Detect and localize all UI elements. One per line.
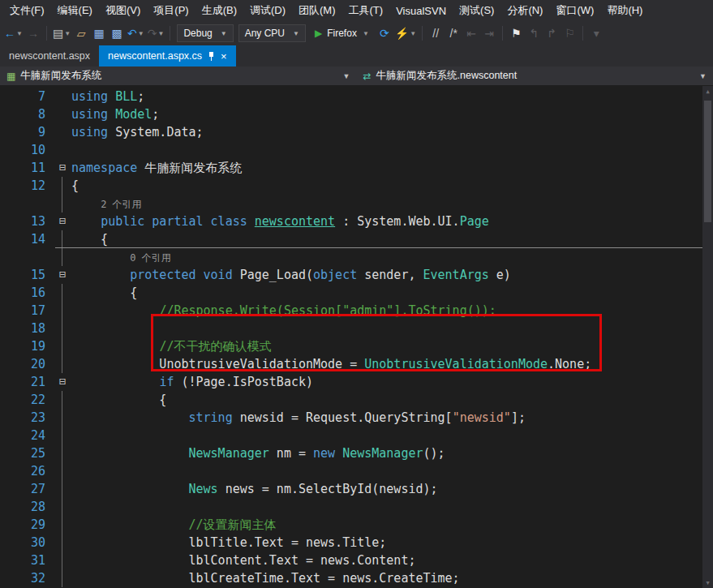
line-number[interactable]: 13 xyxy=(0,212,55,230)
vertical-scrollbar[interactable]: ▲ ▼ xyxy=(702,86,713,588)
previous-bookmark-button[interactable]: ↰ xyxy=(526,24,542,42)
menu-item-9[interactable]: 测试(S) xyxy=(453,0,500,21)
menu-item-3[interactable]: 项目(P) xyxy=(147,0,195,21)
start-debugging-button[interactable]: ▶Firefox▼ xyxy=(309,24,375,42)
menu-item-2[interactable]: 视图(V) xyxy=(99,0,147,21)
menu-item-8[interactable]: VisualSVN xyxy=(389,2,453,20)
line-number[interactable]: 11 xyxy=(0,159,55,177)
code-text[interactable]: public partial class newscontent : Syste… xyxy=(70,212,713,230)
project-dropdown[interactable]: ▦ 牛腩新闻发布系统 ▼ xyxy=(0,67,357,85)
next-bookmark-button[interactable]: ↱ xyxy=(543,24,560,42)
menu-item-12[interactable]: 帮助(H) xyxy=(600,0,649,21)
code-text[interactable]: { xyxy=(70,177,713,195)
code-text[interactable] xyxy=(70,498,713,516)
code-text[interactable]: { xyxy=(70,284,713,302)
line-number[interactable]: 25 xyxy=(0,444,55,462)
code-text[interactable]: using Model; xyxy=(70,105,713,123)
line-number[interactable]: 7 xyxy=(0,88,55,105)
code-text[interactable]: lblContent.Text = news.Content; xyxy=(70,552,713,569)
new-file-button[interactable]: ▤▼ xyxy=(52,24,71,42)
browser-link-button[interactable]: ⚡▼ xyxy=(394,24,417,42)
code-text[interactable] xyxy=(70,462,713,480)
code-text[interactable]: { xyxy=(70,391,713,409)
line-number[interactable]: 19 xyxy=(0,337,55,355)
code-text[interactable]: 0 个引用 xyxy=(70,248,713,266)
navigate-forward-button[interactable]: → xyxy=(25,24,41,42)
code-text[interactable]: lblTitle.Text = news.Title; xyxy=(70,534,713,552)
undo-button[interactable]: ↶▼ xyxy=(127,24,145,42)
fold-toggle-icon[interactable]: ⊟ xyxy=(55,212,70,230)
code-text[interactable]: protected void Page_Load(object sender, … xyxy=(70,266,713,284)
code-text[interactable]: string newsid = Request.QueryString["new… xyxy=(70,409,713,427)
line-number[interactable]: 14 xyxy=(0,230,55,248)
scrollbar-down-arrow[interactable]: ▼ xyxy=(702,577,713,588)
menu-item-7[interactable]: 工具(T) xyxy=(342,0,390,21)
pin-icon[interactable] xyxy=(208,51,215,62)
save-all-button[interactable]: ▩ xyxy=(109,24,125,42)
line-number[interactable]: 15 xyxy=(0,266,55,284)
line-number[interactable]: 21 xyxy=(0,373,55,391)
line-number[interactable]: 28 xyxy=(0,498,55,516)
code-text[interactable]: NewsManager nm = new NewsManager(); xyxy=(70,444,713,462)
line-number[interactable]: 16 xyxy=(0,284,55,302)
toggle-bookmark-button[interactable]: ⚑ xyxy=(508,24,524,42)
menu-item-10[interactable]: 分析(N) xyxy=(500,0,549,21)
code-text[interactable]: if (!Page.IsPostBack) xyxy=(70,373,713,391)
menu-item-5[interactable]: 调试(D) xyxy=(243,0,292,21)
code-text[interactable]: using BLL; xyxy=(70,88,713,105)
scrollbar-thumb[interactable] xyxy=(704,101,711,222)
line-number[interactable]: 17 xyxy=(0,302,55,320)
increase-indent-button[interactable]: ⇥ xyxy=(481,24,497,42)
code-text[interactable]: lblCreateTime.Text = news.CreateTime; xyxy=(70,569,713,587)
line-number[interactable]: 12 xyxy=(0,177,55,195)
solution-platform-select[interactable]: Any CPU▼ xyxy=(238,24,306,42)
open-file-button[interactable]: ▱ xyxy=(73,24,89,42)
line-number[interactable]: 18 xyxy=(0,320,55,337)
comment-selection-button[interactable]: // xyxy=(427,24,444,42)
close-icon[interactable]: × xyxy=(221,51,227,62)
line-number[interactable]: 23 xyxy=(0,409,55,427)
line-number[interactable]: 22 xyxy=(0,391,55,409)
code-text[interactable]: 2 个引用 xyxy=(70,195,713,212)
toolbar-options-button[interactable]: ▾ xyxy=(588,24,604,42)
tab-newscontent-aspx[interactable]: newscontent.aspx xyxy=(0,45,99,67)
fold-toggle-icon[interactable]: ⊟ xyxy=(55,266,70,284)
menu-item-1[interactable]: 编辑(E) xyxy=(51,0,99,21)
line-number[interactable]: 20 xyxy=(0,355,55,373)
line-number[interactable]: 30 xyxy=(0,534,55,552)
clear-bookmarks-button[interactable]: ⚐ xyxy=(561,24,578,42)
line-number[interactable]: 27 xyxy=(0,480,55,498)
code-text[interactable] xyxy=(70,141,713,159)
line-number[interactable]: 8 xyxy=(0,105,55,123)
line-number[interactable]: 9 xyxy=(0,123,55,141)
line-number[interactable]: 29 xyxy=(0,516,55,534)
line-number[interactable]: 26 xyxy=(0,462,55,480)
menu-item-11[interactable]: 窗口(W) xyxy=(549,0,600,21)
refresh-browser-button[interactable]: ⟳ xyxy=(376,24,393,42)
redo-button[interactable]: ↷▼ xyxy=(147,24,165,42)
menu-item-6[interactable]: 团队(M) xyxy=(292,0,342,21)
line-number[interactable] xyxy=(0,195,55,212)
code-text[interactable]: //设置新闻主体 xyxy=(70,516,713,534)
code-text[interactable]: namespace 牛腩新闻发布系统 xyxy=(70,159,713,177)
menu-item-0[interactable]: 文件(F) xyxy=(3,0,51,21)
line-number[interactable]: 24 xyxy=(0,427,55,444)
decrease-indent-button[interactable]: ⇤ xyxy=(463,24,479,42)
solution-configuration-select[interactable]: Debug▼ xyxy=(177,24,233,42)
code-text[interactable]: using System.Data; xyxy=(70,123,713,141)
tab-newscontent-aspx-cs[interactable]: newscontent.aspx.cs × xyxy=(99,45,236,67)
line-number[interactable]: 32 xyxy=(0,569,55,587)
line-number[interactable] xyxy=(0,248,55,266)
menu-item-4[interactable]: 生成(B) xyxy=(195,0,243,21)
scrollbar-up-arrow[interactable]: ▲ xyxy=(702,86,713,97)
uncomment-selection-button[interactable]: /* xyxy=(445,24,462,42)
code-text[interactable] xyxy=(70,427,713,444)
navigate-backward-button[interactable]: ←▼ xyxy=(3,24,24,42)
line-number[interactable]: 31 xyxy=(0,552,55,569)
type-dropdown[interactable]: ⇄ 牛腩新闻发布系统.newscontent ▼ xyxy=(357,67,713,85)
code-text[interactable]: { xyxy=(70,230,713,248)
code-text[interactable]: News news = nm.SelectById(newsid); xyxy=(70,480,713,498)
line-number[interactable]: 10 xyxy=(0,141,55,159)
save-button[interactable]: ▦ xyxy=(91,24,107,42)
fold-toggle-icon[interactable]: ⊟ xyxy=(55,159,70,177)
